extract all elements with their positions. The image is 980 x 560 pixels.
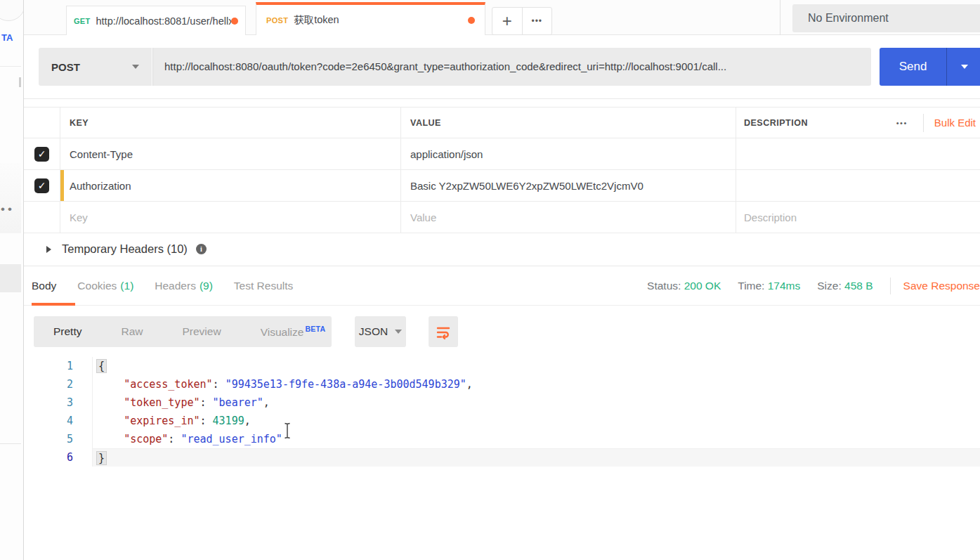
format-dropdown-value: JSON [359,325,388,338]
tab-count: (9) [200,280,213,292]
partial-avatar-circle [0,0,24,21]
beta-badge: BETA [305,325,325,333]
temporary-headers-toggle[interactable]: Temporary Headers (10) i [24,233,980,266]
tab-cookies[interactable]: Cookies (1) [77,266,133,305]
format-dropdown[interactable]: JSON [355,316,406,347]
column-header-value: VALUE [410,118,441,128]
header-value-cell[interactable]: Basic Y2xpZW50LWE6Y2xpZW50LWEtc2VjcmV0 [410,180,643,192]
autogenerated-header-flag [60,170,64,201]
request-tab-post-active[interactable]: POST 获取token [256,2,485,35]
tab-count: (1) [120,280,133,292]
background-window-strip: TA ••• [0,0,24,560]
tab-title: http://localhost:8081/user/hellx... [96,15,231,27]
method-dropdown[interactable]: POST [39,48,152,86]
method-dropdown-value: POST [51,61,80,73]
send-button-label: Send [880,48,946,86]
wrap-lines-button[interactable] [429,316,458,347]
line-number: 3 [24,393,93,412]
strip-shade [0,163,21,233]
method-badge-get: GET [74,17,91,25]
tab-label: Body [32,280,56,292]
response-view-toolbar: Pretty Raw Preview VisualizeBETA JSON [24,316,980,349]
expand-triangle-icon [46,246,51,253]
bulk-edit-link[interactable]: Bulk Edit [924,117,980,129]
chevron-down-icon [961,65,968,69]
tab-body-active[interactable]: Body [32,266,56,305]
view-mode-visualize[interactable]: VisualizeBETA [241,325,346,339]
environment-label: No Environment [808,12,889,25]
chevron-down-icon [395,330,402,334]
key-placeholder-input[interactable]: Key [70,211,88,223]
temporary-headers-label: Temporary Headers (10) [62,242,188,256]
row-checkbox-checked[interactable]: ✓ [34,178,49,193]
chevron-down-icon [132,65,139,69]
send-button[interactable]: Send [880,48,980,86]
table-row-empty: Key Value Description [24,202,980,233]
table-row: ✓ Content-Type application/json [24,138,980,170]
code-line: 1 { [24,357,980,375]
line-number: 5 [24,430,93,448]
api-client-window: GET http://localhost:8081/user/hellx... … [24,0,980,560]
tab-test-results[interactable]: Test Results [234,266,293,305]
header-description-cell[interactable] [736,138,980,169]
new-tab-button[interactable]: + [492,8,523,34]
headers-table: KEY VALUE DESCRIPTION ••• Bulk Edit ✓ Co… [24,107,980,233]
table-header-row: KEY VALUE DESCRIPTION ••• Bulk Edit [24,107,980,138]
tab-actions: + ••• [492,7,552,35]
tab-headers[interactable]: Headers (9) [155,266,213,305]
divider [19,77,21,87]
line-number: 6 [24,448,93,467]
response-tab-bar: Body Cookies (1) Headers (9) Test Result… [24,266,980,306]
code-line-active: 6 } [24,448,980,467]
save-response-button[interactable]: Save Response [903,280,980,292]
column-header-description: DESCRIPTION [744,118,808,128]
overflow-dots-icon: ••• [0,202,15,216]
line-number: 2 [24,375,93,393]
view-mode-raw[interactable]: Raw [101,325,162,338]
line-number: 1 [24,357,93,375]
line-number: 4 [24,412,93,430]
header-value-cell[interactable]: application/json [410,148,483,160]
matched-bracket: } [96,451,107,465]
tab-options-button[interactable]: ••• [523,8,552,34]
divider [890,278,891,294]
response-body-json[interactable]: 1 { 2 "access_token": "99435e13-f9fe-438… [24,357,980,467]
text-wrap-icon [435,323,452,340]
unsaved-dot-icon [468,17,475,24]
headers-menu-button[interactable]: ••• [881,119,923,127]
active-tab-underline [32,303,75,306]
request-tab-bar: GET http://localhost:8081/user/hellx... … [24,0,980,35]
time-badge: Time: 174ms [738,280,800,292]
view-mode-pretty[interactable]: Pretty [34,325,101,338]
url-input[interactable]: http://localhost:8080/oauth/token?code=2… [152,48,871,86]
tab-label: Cookies [77,280,117,292]
description-placeholder-input[interactable]: Description [744,211,797,223]
tab-title: 获取token [294,13,339,27]
response-status-group: Status: 200 OK Time: 174ms Size: 458 B S… [647,266,980,305]
code-line: 4 "expires_in": 43199, [24,412,980,430]
send-options-button[interactable] [946,48,980,86]
strip-label: TA [1,32,13,43]
size-badge: Size: 458 B [817,280,873,292]
info-icon[interactable]: i [196,244,207,254]
column-header-key: KEY [70,118,89,128]
method-badge-post: POST [266,16,288,25]
environment-selector[interactable]: No Environment [792,4,980,32]
matched-bracket: { [96,359,107,373]
tab-label: Test Results [234,280,293,292]
header-key-cell[interactable]: Authorization [70,180,131,192]
request-bar: POST http://localhost:8080/oauth/token?c… [24,35,980,99]
row-checkbox-checked[interactable]: ✓ [34,147,49,162]
request-tab-get[interactable]: GET http://localhost:8081/user/hellx... [66,6,246,35]
view-mode-preview[interactable]: Preview [163,325,241,338]
header-description-cell[interactable] [736,170,980,201]
divider [0,66,21,67]
strip-panel [0,264,21,292]
code-line: 5 "scope": "read_user_info" [24,430,980,448]
value-placeholder-input[interactable]: Value [410,211,436,223]
status-badge: Status: 200 OK [647,280,721,292]
view-mode-segmented-control: Pretty Raw Preview VisualizeBETA [34,316,332,347]
header-key-cell[interactable]: Content-Type [70,148,133,160]
code-line: 3 "token_type": "bearer", [24,393,980,412]
text-cursor-icon [283,422,292,440]
